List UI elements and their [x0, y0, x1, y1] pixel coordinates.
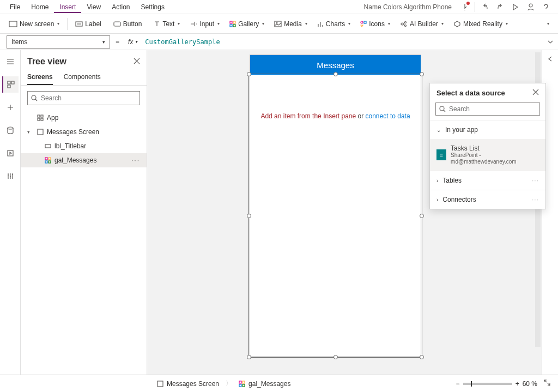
zoom-in-button[interactable]: +: [515, 380, 519, 388]
tree-node-gal-messages[interactable]: gal_Messages ···: [21, 153, 147, 167]
tree-node-app[interactable]: App: [21, 111, 147, 125]
zoom-value: 60 %: [523, 380, 537, 388]
close-popup-icon[interactable]: [532, 89, 539, 97]
menu-insert[interactable]: Insert: [54, 1, 81, 13]
input-icon: [190, 21, 197, 27]
app-title: Name Colors Algorithm Phone: [359, 3, 457, 11]
section-tables[interactable]: › Tables ···: [430, 171, 545, 190]
section-label: In your app: [445, 126, 478, 134]
rail-hamburger-icon[interactable]: [2, 53, 19, 70]
zoom-out-button[interactable]: −: [456, 380, 460, 388]
datasource-search-input[interactable]: [435, 102, 540, 116]
svg-rect-34: [242, 381, 245, 383]
resize-handle-top[interactable]: [333, 72, 338, 76]
resize-handle-tr[interactable]: [420, 72, 424, 76]
zoom-slider[interactable]: [463, 383, 512, 385]
tree-child-label: gal_Messages: [54, 156, 96, 164]
close-tree-icon[interactable]: [134, 58, 140, 66]
insert-media-button[interactable]: Media▾: [270, 17, 312, 31]
insert-charts-button[interactable]: Charts▾: [313, 17, 355, 31]
tree-node-lbl-titlebar[interactable]: lbl_Titlebar: [21, 139, 147, 153]
tree-node-screen[interactable]: ▾ Messages Screen: [21, 125, 147, 139]
rail-add-icon[interactable]: [2, 99, 19, 116]
breadcrumb-separator: 〉: [225, 379, 233, 388]
tab-components[interactable]: Components: [64, 70, 101, 85]
svg-point-31: [440, 106, 444, 111]
resize-handle-tl[interactable]: [247, 72, 251, 76]
app-icon: [37, 114, 44, 121]
canvas-gallery-selection[interactable]: Add an item from the Insert pane or conn…: [248, 74, 422, 358]
ai-icon: [400, 21, 408, 27]
breadcrumb-screen[interactable]: Messages Screen: [151, 378, 225, 390]
svg-rect-27: [45, 158, 47, 160]
section-connectors[interactable]: › Connectors ···: [430, 190, 545, 209]
insert-mixedreality-button[interactable]: Mixed Reality▾: [449, 17, 512, 31]
section-in-your-app[interactable]: ⌄ In your app: [430, 120, 545, 139]
resize-handle-left[interactable]: [247, 214, 251, 218]
fx-dropdown[interactable]: fx▾: [125, 38, 141, 46]
menu-action[interactable]: Action: [106, 1, 135, 13]
svg-rect-32: [157, 381, 163, 387]
gallery-icon: [239, 381, 245, 387]
menu-settings[interactable]: Settings: [136, 1, 170, 13]
section-more-icon[interactable]: ···: [532, 196, 539, 203]
resize-handle-right[interactable]: [420, 214, 424, 218]
play-icon[interactable]: [508, 0, 523, 14]
datasource-item-sub: SharePoint - md@matthewdevaney.com: [451, 152, 539, 165]
rail-data-icon[interactable]: [2, 122, 19, 138]
health-checker-icon[interactable]: [457, 0, 472, 14]
resize-handle-bl[interactable]: [247, 355, 251, 359]
media-icon: [274, 21, 282, 27]
resize-handle-br[interactable]: [420, 355, 424, 359]
new-screen-button[interactable]: New screen▾: [4, 17, 64, 31]
formula-input[interactable]: CustomGallerySample: [141, 38, 543, 46]
expand-properties-icon[interactable]: [547, 56, 554, 64]
expand-formula-icon[interactable]: [543, 39, 558, 45]
rail-tools-icon[interactable]: [2, 168, 19, 184]
ribbon-overflow-button[interactable]: ▾: [542, 19, 554, 29]
rail-media-icon[interactable]: [2, 145, 19, 161]
menu-home[interactable]: Home: [26, 1, 54, 13]
svg-point-0: [529, 4, 532, 7]
datasource-popup: Select a data source ⌄ In your app ≡ Tas…: [429, 83, 546, 209]
insert-input-button[interactable]: Input▾: [185, 17, 224, 31]
property-selector[interactable]: Items ▾: [7, 35, 110, 49]
rail-treeview-icon[interactable]: [2, 76, 19, 93]
svg-rect-21: [38, 115, 40, 117]
mr-icon: [453, 21, 461, 27]
tree-app-label: App: [47, 114, 58, 122]
section-more-icon[interactable]: ···: [532, 177, 539, 184]
insert-icons-button[interactable]: Icons▾: [356, 17, 395, 31]
chevron-down-icon[interactable]: ▾: [27, 129, 34, 135]
tree-title: Tree view: [27, 57, 134, 67]
menu-file[interactable]: File: [4, 1, 26, 13]
tree-search-input[interactable]: [27, 91, 140, 105]
connect-to-data-link[interactable]: connect to data: [366, 112, 410, 120]
chevron-right-icon: ›: [436, 197, 438, 203]
svg-rect-23: [38, 118, 40, 120]
charts-icon: [317, 21, 324, 27]
svg-rect-16: [11, 81, 14, 84]
svg-point-20: [32, 95, 36, 100]
redo-icon[interactable]: [493, 0, 508, 14]
insert-button-button[interactable]: Button: [109, 17, 149, 31]
insert-text-button[interactable]: Text▾: [149, 17, 184, 31]
screen-icon: [157, 381, 163, 387]
svg-rect-6: [230, 25, 232, 27]
insert-label-button[interactable]: Label: [71, 17, 107, 31]
help-icon[interactable]: [538, 0, 554, 14]
fit-to-screen-icon[interactable]: [541, 379, 554, 388]
menu-view[interactable]: View: [81, 1, 106, 13]
tab-screens[interactable]: Screens: [27, 70, 53, 85]
breadcrumb-gallery[interactable]: gal_Messages: [233, 378, 296, 390]
svg-rect-17: [8, 85, 10, 88]
svg-rect-35: [239, 384, 241, 387]
undo-icon[interactable]: [477, 0, 493, 14]
insert-gallery-button[interactable]: Gallery▾: [225, 17, 269, 31]
resize-handle-bottom[interactable]: [333, 355, 338, 359]
tree-node-more-icon[interactable]: ···: [131, 156, 140, 164]
datasource-item-tasks-list[interactable]: ≡ Tasks List SharePoint - md@matthewdeva…: [430, 139, 545, 171]
svg-rect-19: [8, 150, 13, 156]
share-icon[interactable]: [523, 0, 538, 14]
insert-aibuilder-button[interactable]: AI Builder▾: [396, 17, 448, 31]
